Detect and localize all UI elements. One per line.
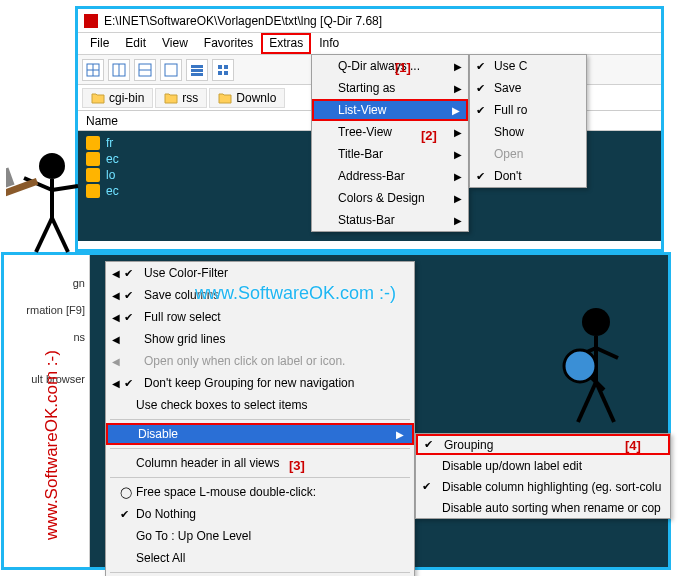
menu-info[interactable]: Info bbox=[311, 33, 347, 54]
svg-line-25 bbox=[578, 382, 596, 422]
chevron-right-icon: ▶ bbox=[454, 61, 462, 72]
submenu-use-color[interactable]: ✔Use C bbox=[470, 55, 586, 77]
sidebar-item[interactable]: ns bbox=[4, 324, 89, 351]
chevron-right-icon: ▶ bbox=[452, 105, 460, 116]
item-disable-up-down-label[interactable]: Disable up/down label edit bbox=[416, 455, 670, 476]
menu-extras[interactable]: Extras bbox=[261, 33, 311, 54]
svg-line-20 bbox=[52, 186, 78, 190]
window-title: E:\INET\SoftwareOK\VorlagenDE\txt\lng [Q… bbox=[104, 14, 382, 28]
check-icon: ✔ bbox=[476, 104, 485, 117]
tab-download[interactable]: Downlo bbox=[209, 88, 285, 108]
submenu-dont[interactable]: ✔Don't bbox=[470, 165, 586, 187]
annotation-2: [2] bbox=[421, 128, 437, 143]
item-disable-column-highlighting[interactable]: ✔Disable column highlighting (eg. sort-c… bbox=[416, 476, 670, 497]
menu-favorites[interactable]: Favorites bbox=[196, 33, 261, 54]
toolbar-layout-4[interactable] bbox=[160, 59, 182, 81]
stick-figure-hammer bbox=[6, 140, 84, 260]
item-free-space-dblclick[interactable]: ◯Free space L-mouse double-click: bbox=[106, 481, 414, 503]
menu-view[interactable]: View bbox=[154, 33, 196, 54]
annotation-4: [4] bbox=[625, 438, 641, 453]
sidebar-item[interactable]: rmation [F9] bbox=[4, 297, 89, 324]
check-icon: ✔ bbox=[476, 170, 485, 183]
submenu-open: Open bbox=[470, 143, 586, 165]
item-full-row-select[interactable]: ◀✔Full row select bbox=[106, 306, 414, 328]
menu-file[interactable]: File bbox=[82, 33, 117, 54]
folder-icon bbox=[91, 92, 105, 104]
stick-figure-magnifier bbox=[554, 302, 644, 432]
chevron-left-icon: ◀ bbox=[112, 312, 120, 323]
separator bbox=[110, 477, 410, 478]
svg-rect-12 bbox=[224, 65, 228, 69]
chevron-right-icon: ▶ bbox=[454, 171, 462, 182]
submenu-show[interactable]: Show bbox=[470, 121, 586, 143]
chevron-left-icon: ◀ bbox=[112, 268, 120, 279]
check-icon: ✔ bbox=[476, 60, 485, 73]
list-view-submenu: ✔Use C ✔Save ✔Full ro Show Open ✔Don't bbox=[469, 54, 587, 188]
menu-status-bar[interactable]: Status-Bar▶ bbox=[312, 209, 468, 231]
check-icon: ✔ bbox=[422, 480, 431, 493]
chevron-left-icon: ◀ bbox=[112, 356, 120, 367]
menu-title-bar[interactable]: Title-Bar▶ bbox=[312, 143, 468, 165]
svg-rect-9 bbox=[191, 69, 203, 72]
svg-rect-10 bbox=[191, 73, 203, 76]
folder-icon bbox=[218, 92, 232, 104]
svg-rect-14 bbox=[224, 71, 228, 75]
menu-edit[interactable]: Edit bbox=[117, 33, 154, 54]
submenu-full-row[interactable]: ✔Full ro bbox=[470, 99, 586, 121]
item-disable-auto-sorting[interactable]: Disable auto sorting when rename or cop bbox=[416, 497, 670, 518]
toolbar-layout-1[interactable] bbox=[82, 59, 104, 81]
check-icon: ✔ bbox=[120, 508, 129, 521]
item-dont-keep-grouping[interactable]: ◀✔Don't keep Grouping for new navigation bbox=[106, 372, 414, 394]
svg-line-28 bbox=[596, 348, 618, 358]
menu-tree-view[interactable]: Tree-View▶ bbox=[312, 121, 468, 143]
file-icon bbox=[86, 136, 100, 150]
tab-rss[interactable]: rss bbox=[155, 88, 207, 108]
item-do-nothing[interactable]: ✔Do Nothing bbox=[106, 503, 414, 525]
chevron-right-icon: ▶ bbox=[396, 429, 404, 440]
check-icon: ✔ bbox=[124, 377, 133, 390]
item-show-grid-lines[interactable]: ◀Show grid lines bbox=[106, 328, 414, 350]
menu-address-bar[interactable]: Address-Bar▶ bbox=[312, 165, 468, 187]
item-open-only: ◀Open only when click on label or icon. bbox=[106, 350, 414, 372]
item-column-header-all-views[interactable]: Column header in all views bbox=[106, 452, 414, 474]
chevron-left-icon: ◀ bbox=[112, 290, 120, 301]
extras-menu: Q-Dir always ...▶ Starting as▶ List-View… bbox=[311, 54, 469, 232]
toolbar-sort[interactable] bbox=[212, 59, 234, 81]
item-disable[interactable]: Disable▶ bbox=[106, 423, 414, 445]
toolbar-layout-3[interactable] bbox=[134, 59, 156, 81]
toolbar-view[interactable] bbox=[186, 59, 208, 81]
submenu-save[interactable]: ✔Save bbox=[470, 77, 586, 99]
chevron-right-icon: ▶ bbox=[454, 149, 462, 160]
item-go-up-one-level[interactable]: Go To : Up One Level bbox=[106, 525, 414, 547]
separator bbox=[110, 448, 410, 449]
titlebar: E:\INET\SoftwareOK\VorlagenDE\txt\lng [Q… bbox=[78, 9, 661, 33]
item-use-check-boxes[interactable]: Use check boxes to select items bbox=[106, 394, 414, 416]
separator bbox=[110, 572, 410, 573]
menu-list-view[interactable]: List-View▶ bbox=[312, 99, 468, 121]
chevron-right-icon: ▶ bbox=[454, 83, 462, 94]
check-icon: ✔ bbox=[124, 311, 133, 324]
check-icon: ✔ bbox=[124, 289, 133, 302]
item-use-color-filter[interactable]: ◀✔Use Color-Filter bbox=[106, 262, 414, 284]
chevron-right-icon: ▶ bbox=[454, 193, 462, 204]
sidebar-item[interactable]: gn bbox=[4, 270, 89, 297]
check-icon: ✔ bbox=[476, 82, 485, 95]
menu-starting-as[interactable]: Starting as▶ bbox=[312, 77, 468, 99]
svg-rect-13 bbox=[218, 71, 222, 75]
file-icon bbox=[86, 168, 100, 182]
radio-icon: ◯ bbox=[120, 486, 132, 499]
svg-point-29 bbox=[564, 350, 596, 382]
file-icon bbox=[86, 152, 100, 166]
svg-rect-7 bbox=[165, 64, 177, 76]
menu-colors-design[interactable]: Colors & Design▶ bbox=[312, 187, 468, 209]
item-select-all[interactable]: Select All bbox=[106, 547, 414, 569]
watermark-text: www.SoftwareOK.com :-) bbox=[195, 283, 396, 304]
check-icon: ✔ bbox=[124, 267, 133, 280]
toolbar-layout-2[interactable] bbox=[108, 59, 130, 81]
chevron-left-icon: ◀ bbox=[112, 334, 120, 345]
menu-qdir-always[interactable]: Q-Dir always ...▶ bbox=[312, 55, 468, 77]
chevron-right-icon: ▶ bbox=[454, 215, 462, 226]
svg-point-15 bbox=[39, 153, 65, 179]
separator bbox=[110, 419, 410, 420]
tab-cgi-bin[interactable]: cgi-bin bbox=[82, 88, 153, 108]
